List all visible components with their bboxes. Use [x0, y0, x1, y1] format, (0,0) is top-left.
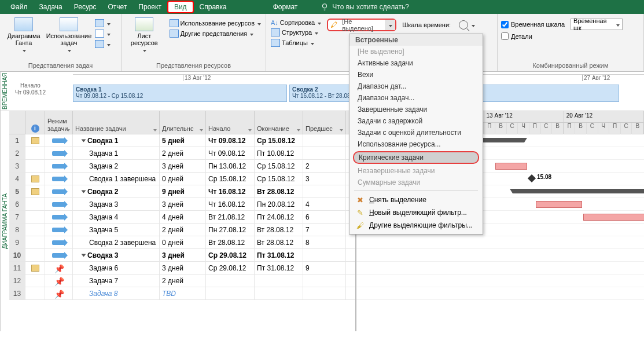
row-mode[interactable] — [45, 198, 73, 210]
row-name[interactable]: Сводка 2 — [73, 185, 160, 197]
row-info[interactable] — [25, 287, 45, 299]
timeline-checkbox[interactable]: Временная шкала — [501, 21, 565, 28]
row-index[interactable]: 5 — [9, 185, 25, 197]
gantt-chart-button[interactable]: Диаграмма Ганта — [3, 16, 44, 54]
highlight-filter-combo[interactable]: 🖍 [Не выделено] — [327, 19, 396, 31]
menu-view[interactable]: Вид — [167, 1, 194, 13]
row-finish[interactable]: Пн 20.08.12 — [255, 198, 303, 210]
calendar-button[interactable] — [94, 29, 112, 38]
task-bar[interactable] — [536, 201, 582, 208]
dropdown-option[interactable]: Диапазон задач... — [349, 92, 483, 104]
milestone-icon[interactable] — [528, 174, 536, 182]
row-index[interactable]: 10 — [9, 249, 25, 261]
row-name[interactable]: Задача 7 — [73, 275, 160, 287]
col-predecessors[interactable]: Предшес — [303, 111, 346, 134]
row-predecessors[interactable]: 4 — [303, 198, 346, 210]
row-info[interactable] — [25, 249, 45, 261]
row-duration[interactable]: 4 дней — [160, 211, 206, 223]
row-name[interactable]: Сводка 2 завершена — [73, 236, 160, 248]
row-start[interactable]: Ср 29.08.12 — [206, 249, 255, 261]
row-index[interactable]: 1 — [9, 134, 25, 147]
row-start[interactable]: Ср 29.08.12 — [206, 262, 255, 274]
task-row[interactable]: 10Сводка 33 днейСр 29.08.12Пт 31.08.12 — [9, 249, 355, 262]
other-task-views-button[interactable] — [94, 39, 112, 49]
row-mode[interactable] — [45, 173, 73, 185]
task-row[interactable]: 8Задача 52 днейПн 27.08.12Вт 28.08.127 — [9, 224, 355, 236]
row-predecessors[interactable]: 6 — [303, 211, 346, 223]
other-views-button[interactable]: Другие представления — [168, 29, 262, 38]
row-name[interactable]: Задача 4 — [73, 211, 160, 223]
row-name[interactable]: Задача 3 — [73, 198, 160, 210]
row-info[interactable] — [25, 134, 45, 147]
row-predecessors[interactable]: 8 — [303, 236, 346, 248]
task-row[interactable]: 13📌Задача 8TBD — [9, 287, 355, 300]
dropdown-option[interactable]: Использование ресурса... — [349, 138, 483, 150]
row-info[interactable] — [25, 147, 45, 159]
row-start[interactable]: Пн 27.08.12 — [206, 224, 255, 236]
row-start[interactable]: Чт 09.08.12 — [206, 147, 255, 159]
row-info[interactable] — [25, 185, 45, 197]
task-row[interactable]: 1Сводка 15 днейЧт 09.08.12Ср 15.08.12 — [9, 134, 355, 147]
row-duration[interactable]: 3 дней — [160, 160, 206, 172]
row-predecessors[interactable]: 9 — [303, 262, 346, 274]
row-start[interactable]: Пн 13.08.12 — [206, 160, 255, 172]
task-row[interactable]: 3Задача 23 днейПн 13.08.12Ср 15.08.122 — [9, 160, 355, 173]
collapse-icon[interactable] — [82, 254, 86, 257]
row-index[interactable]: 7 — [9, 211, 25, 223]
row-finish[interactable]: Пт 31.08.12 — [255, 249, 303, 261]
resource-sheet-button[interactable]: Лист ресурсов — [125, 16, 164, 54]
row-duration[interactable]: TBD — [160, 287, 206, 299]
row-index[interactable]: 8 — [9, 224, 25, 236]
dropdown-option[interactable]: Диапазон дат... — [349, 80, 483, 92]
timeline-bar-1[interactable]: Сводка 1 Чт 09.08.12 - Ср 15.08.12 — [73, 85, 287, 102]
row-info[interactable] — [25, 173, 45, 185]
task-bar[interactable] — [495, 163, 527, 170]
row-finish[interactable]: Ср 15.08.12 — [255, 134, 303, 147]
menu-project[interactable]: Проект — [133, 1, 167, 13]
row-name[interactable]: Сводка 1 завершена — [73, 173, 160, 185]
row-name[interactable]: Сводка 3 — [73, 249, 160, 261]
menu-format[interactable]: Формат — [267, 1, 304, 13]
row-index[interactable]: 2 — [9, 147, 25, 159]
timeline-view-combo[interactable]: Временная шк — [571, 19, 623, 30]
summary-bar[interactable] — [513, 189, 644, 193]
row-index[interactable]: 9 — [9, 236, 25, 248]
row-info[interactable] — [25, 211, 45, 223]
row-predecessors[interactable]: 2 — [303, 160, 346, 172]
collapse-icon[interactable] — [82, 190, 86, 193]
row-start[interactable]: Чт 09.08.12 — [206, 134, 255, 147]
row-duration[interactable]: 3 дней — [160, 262, 206, 274]
col-name[interactable]: Название задачи — [73, 111, 160, 134]
row-mode[interactable] — [45, 224, 73, 236]
row-mode[interactable] — [45, 160, 73, 172]
row-predecessors[interactable] — [303, 249, 346, 261]
dropdown-action[interactable]: 🖌Другие выделяющие фильтры... — [349, 219, 483, 232]
row-duration[interactable]: 0 дней — [160, 173, 206, 185]
outline-button[interactable]: Структура — [270, 28, 322, 37]
dropdown-option[interactable]: Активные задачи — [349, 57, 483, 69]
row-mode[interactable] — [45, 249, 73, 261]
task-row[interactable]: 5Сводка 29 днейЧт 16.08.12Вт 28.08.12 — [9, 185, 355, 198]
row-name[interactable]: Задача 1 — [73, 147, 160, 159]
row-mode[interactable] — [45, 185, 73, 197]
row-index[interactable]: 13 — [9, 287, 25, 299]
row-duration[interactable]: 3 дней — [160, 198, 206, 210]
row-finish[interactable] — [255, 287, 303, 299]
row-duration[interactable]: 2 дней — [160, 224, 206, 236]
row-predecessors[interactable]: 7 — [303, 224, 346, 236]
row-predecessors[interactable] — [303, 287, 346, 299]
row-duration[interactable]: 3 дней — [160, 249, 206, 261]
row-info[interactable] — [25, 224, 45, 236]
row-start[interactable] — [206, 275, 255, 287]
row-finish[interactable]: Пт 24.08.12 — [255, 211, 303, 223]
row-name[interactable]: Задача 5 — [73, 224, 160, 236]
row-mode[interactable]: 📌 — [45, 275, 73, 287]
task-row[interactable]: 7Задача 44 днейВт 21.08.12Пт 24.08.126 — [9, 211, 355, 224]
task-bar[interactable] — [583, 214, 644, 221]
row-finish[interactable]: Вт 28.08.12 — [255, 236, 303, 248]
task-row[interactable]: 4Сводка 1 завершена0 днейСр 15.08.12Ср 1… — [9, 173, 355, 185]
zoom-icon[interactable] — [459, 20, 468, 30]
resource-usage-button[interactable]: Использование ресурсов — [168, 19, 262, 28]
row-info[interactable] — [25, 236, 45, 248]
task-row[interactable]: 6Задача 33 днейЧт 16.08.12Пн 20.08.124 — [9, 198, 355, 211]
